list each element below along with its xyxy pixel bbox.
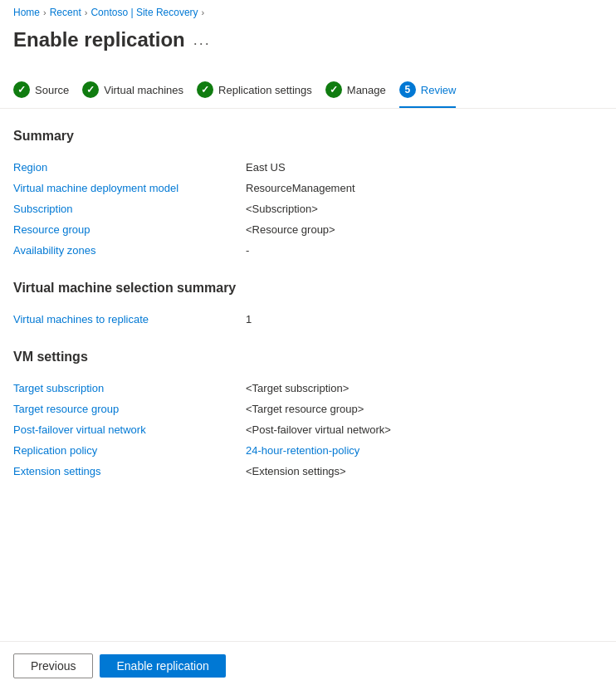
summary-label-deployment[interactable]: Virtual machine deployment model [13,182,246,194]
vm-selection-value: 1 [246,313,252,325]
vm-settings-section: VM settings Target subscription <Target … [13,350,603,482]
vm-settings-label-target-sub[interactable]: Target subscription [13,382,246,394]
summary-value-subscription: <Subscription> [246,203,318,215]
summary-title: Summary [13,129,603,144]
vm-settings-title: VM settings [13,350,603,365]
breadcrumb-sep-3: › [202,7,205,17]
vm-settings-value-extension: <Extension settings> [246,465,346,477]
breadcrumb-sep-2: › [85,7,88,17]
summary-value-deployment: ResourceManagement [246,182,355,194]
vm-settings-value-policy[interactable]: 24-hour-retention-policy [246,444,359,457]
summary-label-resource-group[interactable]: Resource group [13,223,246,236]
summary-row-resource-group: Resource group <Resource group> [13,219,603,240]
step-source-icon: ✓ [13,81,30,98]
step-review[interactable]: 5 Review [399,75,470,108]
vm-selection-table: Virtual machines to replicate 1 [13,309,603,330]
vm-settings-row-target-rg: Target resource group <Target resource g… [13,399,603,419]
step-source-label: Source [35,84,69,96]
vm-settings-row-vnet: Post-failover virtual network <Post-fail… [13,419,603,440]
summary-section: Summary Region East US Virtual machine d… [13,129,603,261]
summary-value-az: - [246,244,249,257]
breadcrumb-sep-1: › [43,7,46,17]
summary-label-subscription[interactable]: Subscription [13,203,246,215]
breadcrumb-recent[interactable]: Recent [50,7,81,18]
wizard-steps: ✓ Source ✓ Virtual machines ✓ Replicatio… [0,65,616,109]
breadcrumb-home[interactable]: Home [13,7,40,18]
step-vm-label: Virtual machines [104,84,183,96]
breadcrumb: Home › Recent › Contoso | Site Recovery … [0,0,616,25]
step-rep-icon: ✓ [197,81,213,98]
page-title-row: Enable replication ... [0,25,616,65]
step-manage-icon: ✓ [325,81,342,98]
summary-value-resource-group: <Resource group> [246,223,335,236]
previous-button[interactable]: Previous [13,653,93,678]
vm-settings-table: Target subscription <Target subscription… [13,378,603,482]
page-menu-button[interactable]: ... [193,32,211,49]
summary-row-subscription: Subscription <Subscription> [13,198,603,219]
vm-settings-label-extension[interactable]: Extension settings [13,465,246,477]
step-source[interactable]: ✓ Source [13,75,82,108]
vm-settings-label-target-rg[interactable]: Target resource group [13,403,246,415]
step-manage-label: Manage [347,84,386,96]
step-review-icon: 5 [399,81,416,98]
summary-row-deployment: Virtual machine deployment model Resourc… [13,178,603,198]
summary-value-region: East US [246,161,286,174]
vm-settings-value-target-sub: <Target subscription> [246,382,349,394]
summary-label-region[interactable]: Region [13,161,246,174]
summary-table: Region East US Virtual machine deploymen… [13,157,603,261]
step-virtual-machines[interactable]: ✓ Virtual machines [82,75,197,108]
vm-selection-row: Virtual machines to replicate 1 [13,309,603,330]
vm-settings-row-extension: Extension settings <Extension settings> [13,461,603,482]
summary-row-region: Region East US [13,157,603,178]
main-content: Summary Region East US Virtual machine d… [0,109,616,521]
footer: Previous Enable replication [0,641,616,690]
step-replication-settings[interactable]: ✓ Replication settings [197,75,325,108]
step-manage[interactable]: ✓ Manage [325,75,399,108]
vm-settings-row-policy: Replication policy 24-hour-retention-pol… [13,440,603,461]
vm-settings-value-target-rg: <Target resource group> [246,403,364,415]
step-rep-label: Replication settings [218,84,312,96]
summary-row-az: Availability zones - [13,240,603,261]
vm-settings-label-vnet[interactable]: Post-failover virtual network [13,423,246,436]
step-vm-icon: ✓ [82,81,99,98]
vm-selection-title: Virtual machine selection summary [13,281,603,296]
vm-settings-value-vnet: <Post-failover virtual network> [246,423,391,436]
vm-selection-section: Virtual machine selection summary Virtua… [13,281,603,330]
vm-settings-row-target-sub: Target subscription <Target subscription… [13,378,603,399]
vm-selection-label[interactable]: Virtual machines to replicate [13,313,246,325]
breadcrumb-contoso[interactable]: Contoso | Site Recovery [90,7,198,18]
enable-replication-button[interactable]: Enable replication [100,654,225,678]
step-review-label: Review [421,84,457,96]
summary-label-az[interactable]: Availability zones [13,244,246,257]
page-title: Enable replication [13,28,185,51]
vm-settings-label-policy[interactable]: Replication policy [13,444,246,457]
